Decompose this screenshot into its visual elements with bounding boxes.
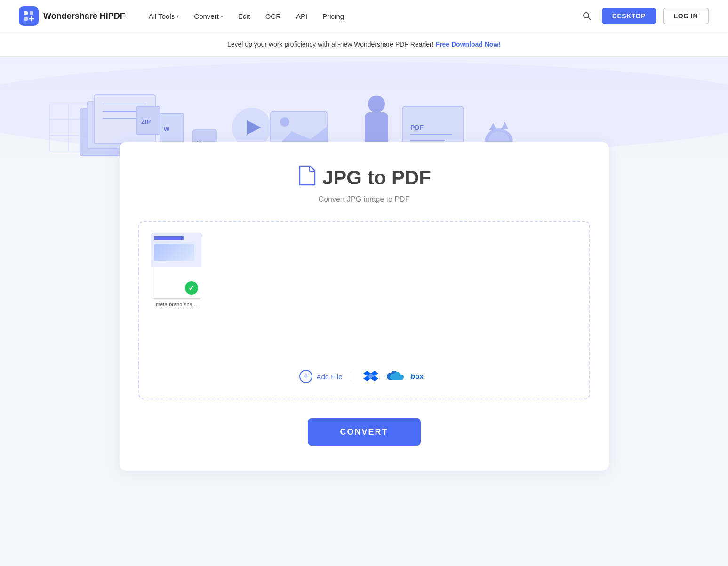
divider [352, 370, 352, 383]
logo-icon [19, 6, 39, 26]
dropbox-button[interactable] [362, 367, 380, 385]
svg-rect-2 [24, 17, 28, 21]
svg-rect-0 [24, 11, 28, 15]
banner-download-link[interactable]: Free Download Now! [436, 40, 501, 48]
svg-rect-1 [30, 11, 33, 15]
thumbnail-preview [151, 233, 202, 267]
converter-title-section: JPG to PDF Convert JPG image to PDF [138, 165, 590, 204]
file-success-icon: ✓ [185, 281, 198, 295]
converter-title: JPG to PDF [138, 165, 590, 191]
convert-button-wrap: CONVERT [138, 418, 590, 446]
convert-button[interactable]: CONVERT [308, 418, 421, 446]
onedrive-button[interactable] [386, 367, 404, 385]
add-file-circle-icon: + [299, 370, 312, 383]
file-item: ✓ meta-brand-sha... [151, 233, 202, 307]
promo-banner: Level up your work proficiency with all-… [0, 32, 728, 57]
file-icon [297, 165, 316, 191]
file-thumbnail: ✓ [151, 233, 202, 299]
svg-text:PDF: PDF [410, 124, 424, 131]
nav-pricing[interactable]: Pricing [316, 8, 351, 24]
brand-name: Wondershare HiPDF [43, 11, 125, 21]
box-button[interactable]: box [411, 367, 429, 385]
nav-all-tools[interactable]: All Tools ▾ [142, 8, 186, 24]
screenshot-preview [151, 233, 202, 267]
file-name: meta-brand-sha... [156, 302, 197, 307]
nav-api[interactable]: API [289, 8, 314, 24]
navbar-actions: DESKTOP LOG IN [578, 8, 709, 24]
svg-point-21 [280, 117, 289, 127]
search-button[interactable] [578, 8, 595, 24]
navbar: Wondershare HiPDF All Tools ▾ Convert ▾ … [0, 0, 728, 32]
svg-point-23 [368, 96, 385, 112]
nav-edit[interactable]: Edit [232, 8, 257, 24]
login-button[interactable]: LOG IN [663, 8, 709, 24]
svg-text:box: box [411, 372, 424, 380]
converter-card: JPG to PDF Convert JPG image to PDF ✓ me… [120, 142, 609, 471]
desktop-button[interactable]: DESKTOP [602, 8, 656, 24]
converter-subtitle: Convert JPG image to PDF [138, 195, 590, 204]
logo[interactable]: Wondershare HiPDF [19, 6, 125, 26]
nav-menu: All Tools ▾ Convert ▾ Edit OCR API Prici… [142, 8, 578, 24]
main-container: JPG to PDF Convert JPG image to PDF ✓ me… [105, 142, 623, 499]
upload-area[interactable]: ✓ meta-brand-sha... + Add File [138, 221, 590, 399]
cloud-storage-icons: box [362, 367, 429, 385]
nav-convert[interactable]: Convert ▾ [187, 8, 230, 24]
svg-text:ZIP: ZIP [141, 118, 151, 125]
chevron-down-icon: ▾ [221, 14, 223, 19]
chevron-down-icon: ▾ [176, 14, 179, 19]
upload-bottom-bar: + Add File [139, 367, 589, 385]
nav-ocr[interactable]: OCR [259, 8, 288, 24]
svg-rect-24 [365, 112, 388, 145]
svg-text:W: W [164, 126, 170, 133]
svg-line-4 [588, 17, 591, 20]
add-file-button[interactable]: + Add File [299, 370, 342, 383]
